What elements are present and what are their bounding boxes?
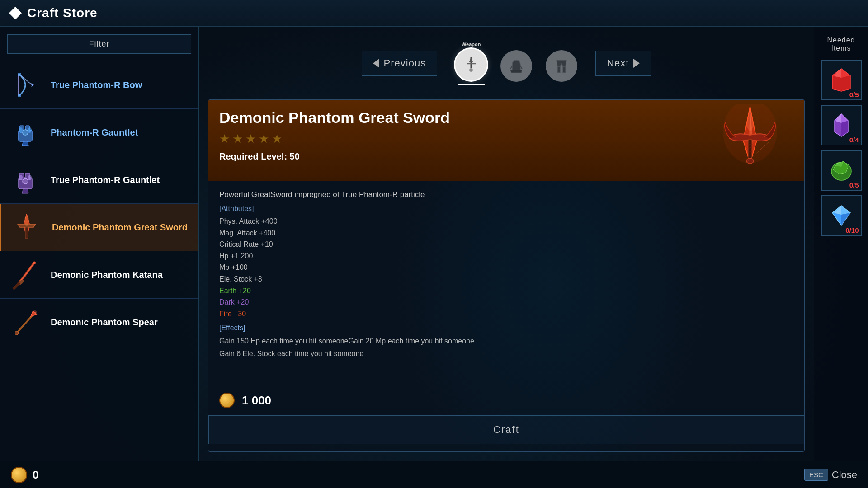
next-label: Next — [607, 57, 629, 69]
svg-point-3 — [18, 73, 21, 76]
svg-point-15 — [19, 175, 23, 180]
great-sword-detail-icon — [705, 104, 795, 177]
left-panel: Filter True Phantom- — [0, 27, 199, 461]
detail-body: Powerful GreatSword impregned of True Ph… — [208, 181, 804, 385]
list-item[interactable]: True Phantom-R Gauntlet — [0, 156, 198, 204]
needed-items-title: Needed Items — [819, 36, 863, 52]
svg-point-10 — [28, 127, 32, 133]
star-1: ★ — [219, 132, 230, 146]
attr-mp: Mp +100 — [219, 262, 793, 273]
item-name-spear: Demonic Phantom Spear — [51, 316, 158, 328]
craft-btn-area: Craft — [208, 415, 804, 451]
item-description: Powerful GreatSword impregned of True Ph… — [219, 190, 793, 199]
effect-1: Gain 150 Hp each time you hit someoneGai… — [219, 335, 793, 347]
list-item[interactable]: Demonic Phantom Katana — [0, 251, 198, 299]
attr-dark: Dark +20 — [219, 296, 793, 308]
filter-button[interactable]: Filter — [7, 34, 191, 54]
list-item[interactable]: Phantom-R Gauntlet — [0, 109, 198, 156]
katana-icon — [9, 259, 41, 291]
item-icon-katana — [7, 257, 43, 293]
svg-point-8 — [23, 130, 28, 135]
category-nav: Previous Weapon — [208, 27, 805, 99]
needed-item-red[interactable]: 0/5 — [821, 60, 862, 100]
pants-icon — [552, 56, 571, 75]
next-arrow-icon — [633, 59, 640, 68]
item-name-katana: Demonic Phantom Katana — [51, 269, 163, 281]
weapon-circle — [455, 49, 487, 80]
green-stone-icon — [828, 157, 855, 184]
close-button[interactable]: Close — [832, 469, 857, 481]
attr-crit: Critical Rate +10 — [219, 239, 793, 250]
effects-list: Gain 150 Hp each time you hit someoneGai… — [219, 335, 793, 359]
item-icon-great-sword — [9, 209, 45, 245]
weapon-underline — [458, 84, 485, 85]
weapon-label: Weapon — [462, 42, 481, 47]
svg-point-14 — [23, 178, 28, 184]
needed-item-blue-diamond[interactable]: 0/10 — [821, 195, 862, 236]
page-title: Craft Store — [27, 6, 98, 20]
previous-button[interactable]: Previous — [362, 51, 438, 76]
attr-earth: Earth +20 — [219, 285, 793, 297]
red-gem-icon — [828, 66, 855, 94]
prev-label: Previous — [384, 57, 426, 69]
diamond-icon — [9, 7, 22, 19]
helmet-circle — [500, 50, 532, 82]
center-area: Previous Weapon — [199, 27, 814, 461]
star-5: ★ — [272, 132, 282, 146]
blue-diamond-count: 0/10 — [845, 226, 859, 234]
attr-ele-stock: Ele. Stock +3 — [219, 273, 793, 285]
list-item[interactable]: True Phantom-R Bow — [0, 61, 198, 109]
effect-2: Gain 6 Ele. Stock each time you hit some… — [219, 347, 793, 360]
craft-button[interactable]: Craft — [208, 415, 804, 444]
detail-footer: 1 000 — [208, 385, 804, 415]
required-level-label: Required Level: — [219, 151, 287, 161]
prev-arrow-icon — [373, 59, 379, 68]
svg-point-22 — [33, 262, 36, 264]
bow-icon — [9, 69, 41, 101]
svg-marker-48 — [841, 121, 848, 136]
item-name-great-sword: Demonic Phantom Great Sword — [52, 221, 188, 233]
category-weapon[interactable]: Weapon — [455, 42, 487, 85]
svg-point-31 — [469, 68, 473, 72]
category-helmet[interactable] — [500, 50, 532, 85]
effects-label: [Effects] — [219, 324, 793, 332]
svg-point-20 — [24, 215, 29, 226]
coin-area: 0 — [11, 467, 38, 483]
svg-point-26 — [15, 331, 19, 335]
right-panel: Needed Items 0/5 0/4 — [814, 27, 868, 461]
required-level-value: 50 — [290, 151, 300, 161]
item-list: True Phantom-R Bow — [0, 61, 198, 461]
svg-point-27 — [33, 310, 37, 315]
star-3: ★ — [245, 132, 256, 146]
helmet-icon — [507, 56, 526, 75]
coin-icon — [219, 393, 235, 408]
green-stone-count: 0/5 — [849, 181, 859, 189]
category-icons: Weapon — [455, 42, 577, 85]
needed-item-crystal[interactable]: 0/4 — [821, 105, 862, 145]
close-btn-area: ESC Close — [804, 469, 857, 481]
price-text: 1 000 — [242, 394, 271, 408]
needed-item-green[interactable]: 0/5 — [821, 150, 862, 191]
svg-marker-29 — [469, 57, 473, 62]
header: Craft Store — [0, 0, 868, 27]
svg-point-4 — [18, 94, 21, 97]
item-name-gauntlet1: Phantom-R Gauntlet — [51, 127, 138, 138]
item-icon-bow — [7, 67, 43, 103]
category-pants[interactable] — [546, 50, 577, 85]
svg-rect-19 — [25, 227, 28, 239]
pants-circle — [546, 50, 577, 82]
attributes-list: Phys. Attack +400 Mag. Attack +400 Criti… — [219, 216, 793, 319]
next-button[interactable]: Next — [595, 51, 651, 76]
detail-header: Demonic Phantom Great Sword ★ ★ ★ ★ ★ Re… — [208, 100, 804, 181]
attr-phys: Phys. Attack +400 — [219, 216, 793, 227]
esc-badge: ESC — [804, 469, 828, 481]
weapon-icon — [462, 56, 480, 74]
svg-point-16 — [28, 175, 32, 180]
spear-icon — [9, 306, 41, 338]
coin-count: 0 — [33, 469, 38, 481]
great-sword-icon — [11, 211, 42, 243]
list-item[interactable]: Demonic Phantom Spear — [0, 299, 198, 346]
star-2: ★ — [232, 132, 243, 146]
list-item[interactable]: Demonic Phantom Great Sword — [0, 204, 198, 251]
weapon-image — [705, 104, 795, 177]
